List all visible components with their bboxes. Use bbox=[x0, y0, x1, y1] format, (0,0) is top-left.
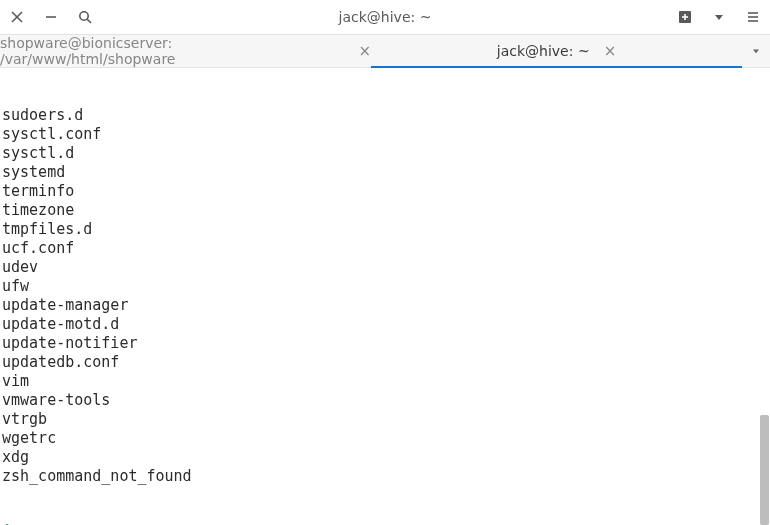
terminal-output[interactable]: sudoers.dsysctl.confsysctl.dsystemdtermi… bbox=[0, 68, 770, 525]
listing-line: update-notifier bbox=[2, 334, 768, 353]
listing-line: sudoers.d bbox=[2, 106, 768, 125]
listing-line: vmware-tools bbox=[2, 391, 768, 410]
scrollbar[interactable] bbox=[760, 68, 769, 525]
new-tab-dropdown-icon[interactable] bbox=[710, 8, 728, 26]
close-tab-icon[interactable]: × bbox=[604, 42, 617, 60]
listing-line: vim bbox=[2, 372, 768, 391]
svg-marker-12 bbox=[753, 50, 759, 54]
tab-jack-hive[interactable]: jack@hive: ~ × bbox=[371, 35, 742, 67]
listing-line: ufw bbox=[2, 277, 768, 296]
listing-line: udev bbox=[2, 258, 768, 277]
listing-line: sysctl.conf bbox=[2, 125, 768, 144]
listing-line: tmpfiles.d bbox=[2, 220, 768, 239]
listing-line: updatedb.conf bbox=[2, 353, 768, 372]
listing-line: systemd bbox=[2, 163, 768, 182]
tabbar: shopware@bionicserver: /var/www/html/sho… bbox=[0, 34, 770, 68]
svg-line-4 bbox=[87, 19, 91, 23]
tab-shopware[interactable]: shopware@bionicserver: /var/www/html/sho… bbox=[0, 35, 371, 67]
window-title: jack@hive: ~ bbox=[94, 9, 676, 25]
hamburger-menu-icon[interactable] bbox=[744, 8, 762, 26]
listing-line: update-manager bbox=[2, 296, 768, 315]
listing-line: vtrgb bbox=[2, 410, 768, 429]
listing-line: wgetrc bbox=[2, 429, 768, 448]
listing-line: ucf.conf bbox=[2, 239, 768, 258]
new-tab-icon[interactable] bbox=[676, 8, 694, 26]
tabs-overflow-dropdown[interactable] bbox=[742, 35, 770, 67]
tab-label: jack@hive: ~ bbox=[497, 43, 590, 59]
search-icon[interactable] bbox=[76, 8, 94, 26]
listing-line: zsh_command_not_found bbox=[2, 467, 768, 486]
listing-line: timezone bbox=[2, 201, 768, 220]
minimize-window-icon[interactable] bbox=[42, 8, 60, 26]
listing-line: xdg bbox=[2, 448, 768, 467]
close-tab-icon[interactable]: × bbox=[358, 42, 371, 60]
close-window-icon[interactable] bbox=[8, 8, 26, 26]
listing-line: terminfo bbox=[2, 182, 768, 201]
scrollbar-thumb[interactable] bbox=[760, 415, 769, 525]
tab-label: shopware@bionicserver: /var/www/html/sho… bbox=[0, 35, 344, 67]
svg-point-3 bbox=[80, 12, 88, 20]
listing-line: update-motd.d bbox=[2, 315, 768, 334]
svg-marker-8 bbox=[715, 15, 723, 20]
titlebar: jack@hive: ~ bbox=[0, 0, 770, 34]
listing-line: sysctl.d bbox=[2, 144, 768, 163]
